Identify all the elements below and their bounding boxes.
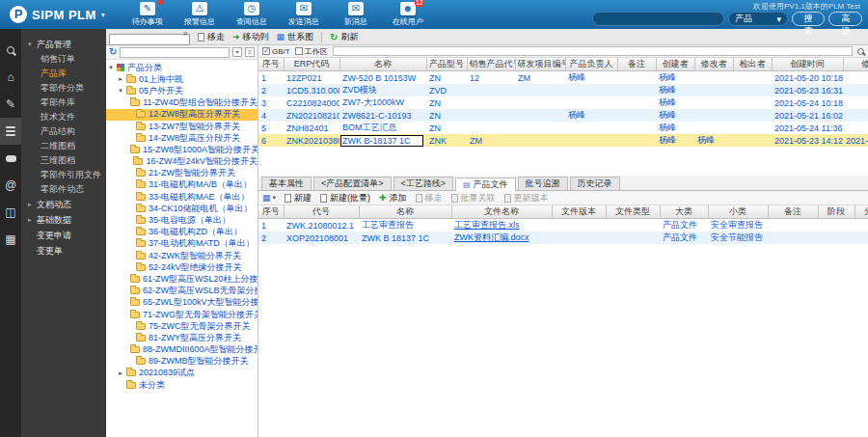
column-header-代号[interactable]: 代号 xyxy=(284,205,359,219)
tree-item[interactable]: 88-ZWMDIII600A型智能分接开关 xyxy=(106,344,258,356)
tree-item[interactable]: 14-ZW8型高压分段开关 xyxy=(106,132,258,144)
cell-edit-box[interactable]: ZWK B-18137 1C xyxy=(340,135,423,147)
sidebar-item-零部件分类[interactable]: 零部件分类 xyxy=(21,81,106,96)
tab-<工艺路线>[interactable]: <工艺路线> xyxy=(393,177,454,190)
sidebar-item-二维图档[interactable]: 二维图档 xyxy=(21,139,106,153)
sidebar-group-变更单[interactable]: 变更单 xyxy=(21,243,106,259)
files-button-新建(批量)[interactable]: 新建(批量) xyxy=(320,192,370,205)
table-row[interactable]: 112ZP021ZW-520 B 10153WZN12ZM杨峰杨峰2021-05… xyxy=(258,71,868,85)
tree-item[interactable]: 21-ZW型智能分界开关 xyxy=(106,168,258,179)
column-header-文件名称[interactable]: 文件名称 xyxy=(451,205,552,219)
search-icon[interactable] xyxy=(857,48,864,55)
column-header-创建时间[interactable]: 创建时间 xyxy=(772,58,843,71)
file-link[interactable]: ZWK资料汇编.docx xyxy=(454,232,529,242)
tree-item[interactable]: 15-ZW8型1000A智能分接开关 xyxy=(106,144,258,155)
tree-item[interactable]: 34-CK10储能电机（单出） xyxy=(106,203,258,214)
column-header-产品型号[interactable]: 产品型号 xyxy=(426,58,467,71)
tree-item[interactable]: ▾05户外开关 xyxy=(106,85,258,96)
toolbar-button-世系图[interactable]: ▦世系图 xyxy=(277,31,314,43)
sidebar-group-文档动态[interactable]: ▸文档动态 xyxy=(21,197,106,212)
tree-item[interactable]: 35-电容电源（单出） xyxy=(106,214,258,226)
tab-批号追溯[interactable]: 批号追溯 xyxy=(518,177,568,190)
global-search-input[interactable] xyxy=(592,12,724,26)
toolbar-button-移动到[interactable]: ➜移动到 xyxy=(232,31,269,43)
sidebar-item-技术文件[interactable]: 技术文件 xyxy=(21,110,106,124)
column-header-名称[interactable]: 名称 xyxy=(339,58,426,71)
rail-book-icon[interactable]: ◫ xyxy=(0,199,21,226)
column-header-文件版本[interactable]: 文件版本 xyxy=(552,205,606,219)
column-header-名称[interactable]: 名称 xyxy=(359,205,451,219)
filter-checkbox-gbt[interactable]: GB/T xyxy=(262,47,290,56)
table-row[interactable]: 1ZWK.21080012.1工艺审查报告工艺审查报告.xls产品文件安全审查报… xyxy=(258,219,868,232)
tree-item[interactable]: 62-ZW型高压WSLB无骨架分接开关 xyxy=(106,286,258,297)
column-header-产品负责人[interactable]: 产品负责人 xyxy=(565,58,617,71)
tree-item[interactable]: 42-ZWK型智能分界开关 xyxy=(106,250,258,261)
tree-item[interactable]: 37-电动机构MATD（单出） xyxy=(106,238,258,250)
tree-item[interactable]: ▸20210839试点 xyxy=(106,368,258,379)
tree-item[interactable]: 81-ZWY型高压分界开关 xyxy=(106,332,258,343)
tree-item[interactable]: 33-电磁机构MAE（单出） xyxy=(106,191,258,203)
sidebar-item-销售订单[interactable]: 销售订单 xyxy=(21,52,106,67)
column-header-修改者[interactable]: 修改者 xyxy=(694,58,733,71)
search-category-select[interactable]: 产品 ▾ xyxy=(728,12,788,26)
column-header-序号[interactable]: 序号 xyxy=(258,205,284,219)
filter-checkbox-workspace[interactable]: 工作区 xyxy=(295,46,328,57)
tree-item[interactable]: ▾产品分类 xyxy=(106,62,258,73)
tree-item[interactable]: 71-ZWG型无骨架智能分接开关 xyxy=(106,309,258,320)
tree-item[interactable]: 65-ZWL型100kV大型智能分接开关 xyxy=(106,297,258,309)
tree-item[interactable]: 61-ZW型高压WSL20柱上分接开关 xyxy=(106,273,258,285)
column-header-大类[interactable]: 大类 xyxy=(660,205,708,219)
rail-chat-icon[interactable] xyxy=(0,145,21,172)
tree-item[interactable]: 75-ZWC型无骨架分界开关 xyxy=(106,320,258,332)
tree-menu-button[interactable]: ≡ xyxy=(245,47,255,57)
tree-item[interactable]: 12-ZW8型高压分界开关 xyxy=(106,109,258,121)
rail-mention-icon[interactable]: @ xyxy=(0,172,21,199)
tool-new-message[interactable]: ✉新消息 xyxy=(337,2,375,27)
clear-icon[interactable]: × xyxy=(183,28,188,40)
files-button-新建[interactable]: 新建 xyxy=(285,192,312,205)
toolbar-search-input[interactable] xyxy=(109,34,190,45)
sidebar-item-三维图档[interactable]: 三维图档 xyxy=(21,153,106,168)
sidebar-item-产品结构[interactable]: 产品结构 xyxy=(21,124,106,139)
tree-item[interactable]: ▸01上海中凯 xyxy=(106,73,258,85)
tree-item[interactable]: 89-ZWMB型智能分接开关 xyxy=(106,356,258,368)
sidebar-item-零部件动态[interactable]: 零部件动态 xyxy=(21,182,106,197)
column-header-分组[interactable]: 分组 xyxy=(854,205,868,219)
app-logo[interactable]: P SIPM PLM ▾ xyxy=(0,6,115,23)
tree-filter-input[interactable] xyxy=(120,47,230,58)
toolbar-button-刷新[interactable]: ↻刷新 xyxy=(330,31,358,43)
table-row[interactable]: 21CD5.310.008 1A...ZVD模块ZVD杨峰2021-05-23 … xyxy=(258,84,868,96)
sidebar-item-零部件库[interactable]: 零部件库 xyxy=(21,96,106,110)
table-row[interactable]: 4ZN20210821001ZW8621-C-10193ZN杨峰杨峰2021-0… xyxy=(258,109,868,122)
tool-online-users[interactable]: ☻在线用户12 xyxy=(389,2,427,27)
tree-item[interactable]: 52-24kV型绝缘分接开关 xyxy=(106,261,258,273)
tree-collapse-button[interactable]: ▾ xyxy=(232,47,242,57)
tab-历史记录[interactable]: 历史记录 xyxy=(570,177,620,190)
rail-monitor-icon[interactable]: ▦ xyxy=(0,226,21,253)
rail-search-icon[interactable] xyxy=(0,37,21,64)
column-header-销售产品代号[interactable]: 销售产品代号 xyxy=(467,58,515,71)
tool-review-info[interactable]: ◷查阅信息 xyxy=(232,2,271,27)
tool-alert-info[interactable]: ⚠报警信息 xyxy=(180,2,219,27)
table-row[interactable]: 5ZNH82401BOM工艺汇总ZN杨峰2021-05-24 11:36 xyxy=(258,122,868,134)
sidebar-item-产品库[interactable]: 产品库 xyxy=(21,67,106,81)
column-header-小类[interactable]: 小类 xyxy=(708,205,768,219)
sidebar-group-基础数据[interactable]: ▸基础数据 xyxy=(21,212,106,228)
sidebar-item-零部件引用文件[interactable]: 零部件引用文件 xyxy=(21,168,106,182)
search-button[interactable]: 搜索 xyxy=(792,12,826,26)
table-filter-input[interactable] xyxy=(333,46,853,56)
rail-edit-icon[interactable]: ✎ xyxy=(0,91,21,118)
toolbar-button-移走[interactable]: 移走 xyxy=(198,31,225,43)
column-header-文件类型[interactable]: 文件类型 xyxy=(606,205,660,219)
rail-database-icon[interactable] xyxy=(0,118,21,145)
file-link[interactable]: 工艺审查报告.xls xyxy=(454,220,520,230)
refresh-icon[interactable]: ↻ xyxy=(109,47,117,57)
tool-send-message[interactable]: ✉发送消息 xyxy=(285,2,323,27)
table-row[interactable]: 2XOP202108001ZWK B 18137 1CZWK资料汇编.docx产… xyxy=(258,232,868,244)
table-row[interactable]: 3C221082400001ZW7-大1000kWZN杨峰2021-05-24 … xyxy=(258,96,868,109)
advanced-search-button[interactable]: 高级 xyxy=(828,12,862,26)
files-button-添加[interactable]: ✚添加 xyxy=(379,192,407,205)
tool-todo[interactable]: ✎待办事项 xyxy=(128,2,167,27)
tab-<产品配置清单>[interactable]: <产品配置清单> xyxy=(313,177,392,190)
tree-item[interactable]: 13-ZW7型智能分界开关 xyxy=(106,121,258,132)
